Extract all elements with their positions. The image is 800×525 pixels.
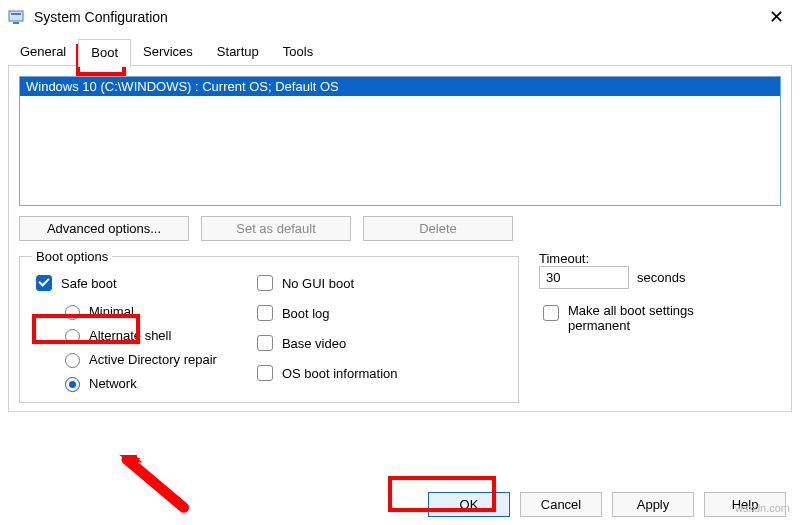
advanced-options-button[interactable]: Advanced options... (19, 216, 189, 241)
minimal-label: Minimal (89, 304, 134, 319)
minimal-radio[interactable]: Minimal (60, 302, 217, 320)
os-info-checkbox[interactable]: OS boot information (253, 362, 398, 384)
os-entry[interactable]: Windows 10 (C:\WINDOWS) : Current OS; De… (20, 77, 780, 96)
tab-services[interactable]: Services (131, 39, 205, 67)
timeout-label: Timeout: (539, 251, 781, 266)
permanent-checkbox[interactable]: Make all boot settings permanent (539, 303, 781, 333)
watermark: wsxdn.com (735, 502, 790, 514)
svg-marker-3 (128, 457, 143, 463)
network-input[interactable] (65, 377, 80, 392)
boot-log-label: Boot log (282, 306, 330, 321)
no-gui-checkbox[interactable]: No GUI boot (253, 272, 398, 294)
permanent-label: Make all boot settings permanent (568, 303, 718, 333)
ok-button[interactable]: OK (428, 492, 510, 517)
timeout-column: Timeout: seconds Make all boot settings … (539, 249, 781, 333)
delete-button: Delete (363, 216, 513, 241)
dialog-footer: OK Cancel Apply Help (428, 492, 786, 517)
os-button-row: Advanced options... Set as default Delet… (19, 216, 781, 241)
network-radio[interactable]: Network (60, 374, 217, 392)
network-label: Network (89, 376, 137, 391)
svg-rect-2 (13, 22, 19, 24)
base-video-checkbox[interactable]: Base video (253, 332, 398, 354)
cancel-button[interactable]: Cancel (520, 492, 602, 517)
os-list[interactable]: Windows 10 (C:\WINDOWS) : Current OS; De… (19, 76, 781, 206)
app-icon (8, 8, 26, 26)
set-default-button: Set as default (201, 216, 351, 241)
no-gui-label: No GUI boot (282, 276, 354, 291)
timeout-unit: seconds (637, 270, 685, 285)
titlebar: System Configuration ✕ (0, 0, 800, 32)
safe-boot-checkbox[interactable]: Safe boot (32, 272, 217, 294)
tab-general[interactable]: General (8, 39, 78, 67)
os-info-input[interactable] (257, 365, 273, 381)
permanent-input[interactable] (543, 305, 559, 321)
base-video-input[interactable] (257, 335, 273, 351)
apply-button[interactable]: Apply (612, 492, 694, 517)
boot-log-checkbox[interactable]: Boot log (253, 302, 398, 324)
ad-repair-label: Active Directory repair (89, 352, 217, 367)
tab-startup[interactable]: Startup (205, 39, 271, 67)
boot-log-input[interactable] (257, 305, 273, 321)
ad-repair-radio[interactable]: Active Directory repair (60, 350, 217, 368)
boot-options-legend: Boot options (32, 249, 112, 264)
minimal-input[interactable] (65, 305, 80, 320)
safe-boot-label: Safe boot (61, 276, 117, 291)
tab-tools[interactable]: Tools (271, 39, 325, 67)
annotation-arrow (85, 455, 215, 515)
alt-shell-input[interactable] (65, 329, 80, 344)
svg-marker-4 (119, 455, 139, 469)
window-title: System Configuration (34, 9, 168, 25)
os-info-label: OS boot information (282, 366, 398, 381)
safe-boot-input[interactable] (36, 275, 52, 291)
tabstrip: General Boot Services Startup Tools (0, 32, 800, 66)
boot-options-group: Boot options Safe boot Minimal (19, 249, 519, 403)
close-icon[interactable]: ✕ (763, 6, 790, 28)
timeout-input[interactable] (539, 266, 629, 289)
boot-panel: Windows 10 (C:\WINDOWS) : Current OS; De… (8, 65, 792, 412)
svg-rect-1 (11, 13, 21, 15)
ad-repair-input[interactable] (65, 353, 80, 368)
tab-boot[interactable]: Boot (78, 39, 131, 67)
base-video-label: Base video (282, 336, 346, 351)
alt-shell-radio[interactable]: Alternate shell (60, 326, 217, 344)
alt-shell-label: Alternate shell (89, 328, 171, 343)
svg-rect-0 (9, 11, 23, 21)
no-gui-input[interactable] (257, 275, 273, 291)
